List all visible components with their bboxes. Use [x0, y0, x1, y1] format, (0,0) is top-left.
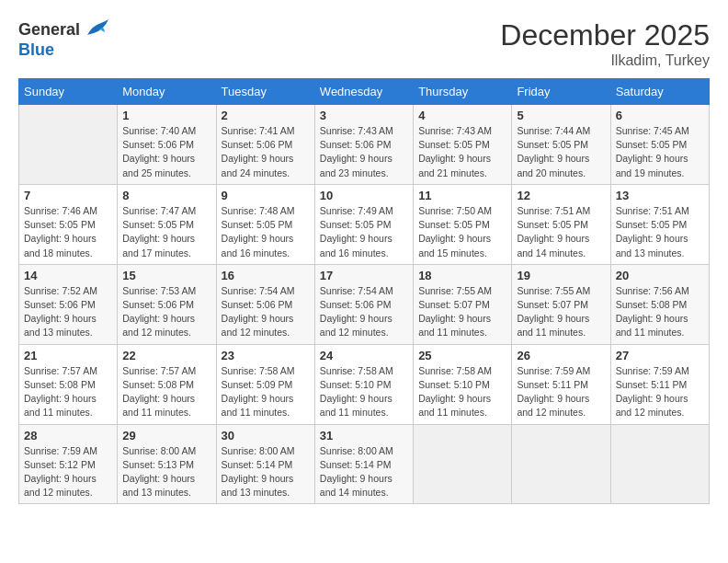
day-number: 11 — [418, 189, 506, 202]
day-cell: 11Sunrise: 7:50 AMSunset: 5:05 PMDayligh… — [414, 184, 512, 264]
day-info: Sunrise: 7:48 AMSunset: 5:05 PMDaylight:… — [222, 204, 310, 260]
day-cell: 9Sunrise: 7:48 AMSunset: 5:05 PMDaylight… — [216, 184, 314, 264]
day-cell: 10Sunrise: 7:49 AMSunset: 5:05 PMDayligh… — [314, 184, 413, 264]
day-number: 19 — [517, 269, 605, 282]
day-cell: 26Sunrise: 7:59 AMSunset: 5:11 PMDayligh… — [512, 344, 610, 424]
day-number: 30 — [222, 429, 310, 442]
day-info: Sunrise: 7:49 AMSunset: 5:05 PMDaylight:… — [320, 204, 408, 260]
day-cell: 13Sunrise: 7:51 AMSunset: 5:05 PMDayligh… — [610, 184, 709, 264]
day-number: 16 — [222, 269, 310, 282]
day-cell: 16Sunrise: 7:54 AMSunset: 5:06 PMDayligh… — [216, 264, 314, 344]
col-sunday: Sunday — [19, 79, 118, 105]
day-cell — [414, 424, 512, 504]
day-info: Sunrise: 7:53 AMSunset: 5:06 PMDaylight:… — [122, 284, 210, 340]
day-cell: 3Sunrise: 7:43 AMSunset: 5:06 PMDaylight… — [314, 105, 413, 185]
day-number: 25 — [418, 349, 506, 362]
day-cell — [19, 105, 118, 185]
day-cell: 14Sunrise: 7:52 AMSunset: 5:06 PMDayligh… — [19, 264, 118, 344]
day-info: Sunrise: 7:59 AMSunset: 5:12 PMDaylight:… — [24, 444, 112, 500]
logo-bird-icon — [83, 18, 110, 40]
day-info: Sunrise: 7:59 AMSunset: 5:11 PMDaylight:… — [616, 364, 704, 420]
day-cell: 21Sunrise: 7:57 AMSunset: 5:08 PMDayligh… — [19, 344, 118, 424]
day-number: 18 — [418, 269, 506, 282]
day-number: 7 — [24, 189, 112, 202]
day-info: Sunrise: 7:59 AMSunset: 5:11 PMDaylight:… — [517, 364, 605, 420]
day-number: 23 — [222, 349, 310, 362]
day-info: Sunrise: 7:43 AMSunset: 5:06 PMDaylight:… — [320, 124, 408, 180]
day-number: 5 — [517, 109, 605, 122]
day-number: 24 — [320, 349, 408, 362]
day-info: Sunrise: 7:55 AMSunset: 5:07 PMDaylight:… — [517, 284, 605, 340]
day-cell: 24Sunrise: 7:58 AMSunset: 5:10 PMDayligh… — [314, 344, 413, 424]
day-info: Sunrise: 7:58 AMSunset: 5:09 PMDaylight:… — [222, 364, 310, 420]
day-number: 12 — [517, 189, 605, 202]
day-cell: 29Sunrise: 8:00 AMSunset: 5:13 PMDayligh… — [118, 424, 216, 504]
day-info: Sunrise: 7:57 AMSunset: 5:08 PMDaylight:… — [24, 364, 112, 420]
day-info: Sunrise: 7:51 AMSunset: 5:05 PMDaylight:… — [517, 204, 605, 260]
day-cell: 19Sunrise: 7:55 AMSunset: 5:07 PMDayligh… — [512, 264, 610, 344]
day-cell — [512, 424, 610, 504]
day-info: Sunrise: 7:55 AMSunset: 5:07 PMDaylight:… — [418, 284, 506, 340]
day-number: 27 — [616, 349, 704, 362]
week-row-5: 28Sunrise: 7:59 AMSunset: 5:12 PMDayligh… — [19, 424, 710, 504]
day-info: Sunrise: 7:57 AMSunset: 5:08 PMDaylight:… — [122, 364, 210, 420]
col-friday: Friday — [512, 79, 610, 105]
header-row: Sunday Monday Tuesday Wednesday Thursday… — [19, 79, 710, 105]
day-number: 31 — [320, 429, 408, 442]
day-cell: 31Sunrise: 8:00 AMSunset: 5:14 PMDayligh… — [314, 424, 413, 504]
calendar-body: 1Sunrise: 7:40 AMSunset: 5:06 PMDaylight… — [19, 105, 710, 504]
day-info: Sunrise: 7:54 AMSunset: 5:06 PMDaylight:… — [320, 284, 408, 340]
day-cell: 4Sunrise: 7:43 AMSunset: 5:05 PMDaylight… — [414, 105, 512, 185]
day-cell: 27Sunrise: 7:59 AMSunset: 5:11 PMDayligh… — [610, 344, 709, 424]
day-cell: 15Sunrise: 7:53 AMSunset: 5:06 PMDayligh… — [118, 264, 216, 344]
day-cell: 23Sunrise: 7:58 AMSunset: 5:09 PMDayligh… — [216, 344, 314, 424]
page-header: General Blue December 2025 Ilkadim, Turk… — [18, 18, 710, 69]
day-number: 8 — [122, 189, 210, 202]
day-number: 21 — [24, 349, 112, 362]
day-info: Sunrise: 7:45 AMSunset: 5:05 PMDaylight:… — [616, 124, 704, 180]
day-cell: 12Sunrise: 7:51 AMSunset: 5:05 PMDayligh… — [512, 184, 610, 264]
day-cell: 30Sunrise: 8:00 AMSunset: 5:14 PMDayligh… — [216, 424, 314, 504]
day-info: Sunrise: 7:47 AMSunset: 5:05 PMDaylight:… — [122, 204, 210, 260]
calendar-header: Sunday Monday Tuesday Wednesday Thursday… — [19, 79, 710, 105]
col-thursday: Thursday — [414, 79, 512, 105]
logo: General Blue — [18, 18, 110, 60]
day-info: Sunrise: 7:51 AMSunset: 5:05 PMDaylight:… — [616, 204, 704, 260]
day-cell: 20Sunrise: 7:56 AMSunset: 5:08 PMDayligh… — [610, 264, 709, 344]
day-number: 1 — [122, 109, 210, 122]
logo-general-text: General — [18, 20, 80, 40]
day-number: 4 — [418, 109, 506, 122]
day-info: Sunrise: 8:00 AMSunset: 5:14 PMDaylight:… — [320, 444, 408, 500]
day-info: Sunrise: 7:56 AMSunset: 5:08 PMDaylight:… — [616, 284, 704, 340]
day-info: Sunrise: 7:44 AMSunset: 5:05 PMDaylight:… — [517, 124, 605, 180]
day-number: 2 — [222, 109, 310, 122]
col-saturday: Saturday — [610, 79, 709, 105]
day-number: 10 — [320, 189, 408, 202]
day-info: Sunrise: 7:46 AMSunset: 5:05 PMDaylight:… — [24, 204, 112, 260]
week-row-3: 14Sunrise: 7:52 AMSunset: 5:06 PMDayligh… — [19, 264, 710, 344]
col-wednesday: Wednesday — [314, 79, 413, 105]
day-info: Sunrise: 8:00 AMSunset: 5:13 PMDaylight:… — [122, 444, 210, 500]
day-info: Sunrise: 7:50 AMSunset: 5:05 PMDaylight:… — [418, 204, 506, 260]
location-subtitle: Ilkadim, Turkey — [500, 52, 710, 69]
day-cell: 18Sunrise: 7:55 AMSunset: 5:07 PMDayligh… — [414, 264, 512, 344]
day-cell: 28Sunrise: 7:59 AMSunset: 5:12 PMDayligh… — [19, 424, 118, 504]
day-info: Sunrise: 8:00 AMSunset: 5:14 PMDaylight:… — [222, 444, 310, 500]
day-number: 6 — [616, 109, 704, 122]
day-number: 14 — [24, 269, 112, 282]
day-number: 13 — [616, 189, 704, 202]
calendar-table: Sunday Monday Tuesday Wednesday Thursday… — [18, 78, 710, 504]
week-row-4: 21Sunrise: 7:57 AMSunset: 5:08 PMDayligh… — [19, 344, 710, 424]
day-number: 15 — [122, 269, 210, 282]
day-cell: 1Sunrise: 7:40 AMSunset: 5:06 PMDaylight… — [118, 105, 216, 185]
col-monday: Monday — [118, 79, 216, 105]
day-info: Sunrise: 7:41 AMSunset: 5:06 PMDaylight:… — [222, 124, 310, 180]
logo-blue-text: Blue — [18, 40, 54, 60]
day-info: Sunrise: 7:54 AMSunset: 5:06 PMDaylight:… — [222, 284, 310, 340]
day-cell: 7Sunrise: 7:46 AMSunset: 5:05 PMDaylight… — [19, 184, 118, 264]
day-number: 17 — [320, 269, 408, 282]
week-row-2: 7Sunrise: 7:46 AMSunset: 5:05 PMDaylight… — [19, 184, 710, 264]
day-cell: 8Sunrise: 7:47 AMSunset: 5:05 PMDaylight… — [118, 184, 216, 264]
day-number: 22 — [122, 349, 210, 362]
day-info: Sunrise: 7:58 AMSunset: 5:10 PMDaylight:… — [418, 364, 506, 420]
